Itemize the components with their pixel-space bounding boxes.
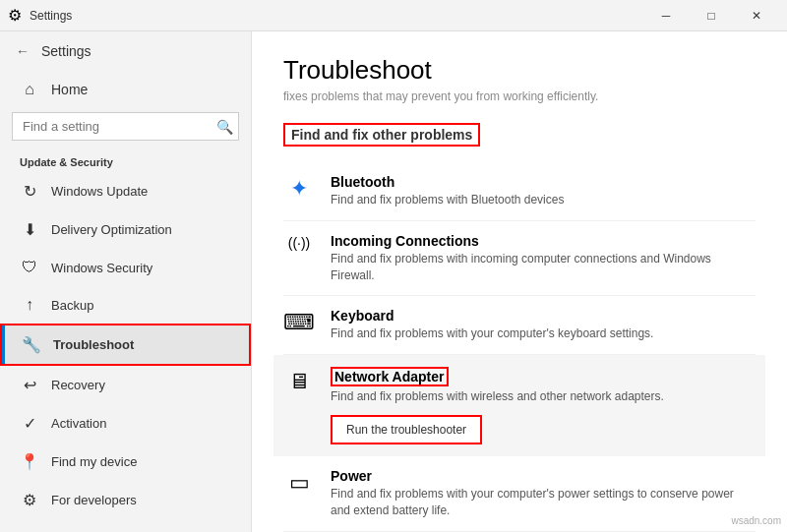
sidebar-item-label-windows-security: Windows Security bbox=[51, 261, 152, 275]
find-my-device-icon: 📍 bbox=[20, 452, 39, 471]
sidebar-item-label-for-developers: For developers bbox=[51, 493, 137, 507]
sidebar-item-label-activation: Activation bbox=[51, 416, 106, 431]
back-button[interactable]: ← bbox=[12, 39, 33, 63]
sidebar-item-label-windows-update: Windows Update bbox=[51, 184, 148, 199]
settings-icon: ⚙ bbox=[8, 6, 22, 25]
sidebar-item-windows-security[interactable]: 🛡Windows Security bbox=[0, 249, 251, 286]
for-developers-icon: ⚙ bbox=[20, 491, 39, 509]
recovery-icon: ↩ bbox=[20, 376, 39, 394]
item-title-power: Power bbox=[331, 468, 756, 484]
titlebar-left: ⚙ Settings bbox=[8, 6, 72, 25]
maximize-button[interactable]: □ bbox=[689, 0, 734, 31]
section-heading: Find and fix other problems bbox=[283, 123, 480, 147]
keyboard-icon: ⌨ bbox=[283, 310, 315, 335]
incoming-connections-icon: ((·)) bbox=[283, 235, 315, 251]
sidebar-nav-top: ← Settings bbox=[0, 31, 251, 71]
titlebar-controls: ─ □ ✕ bbox=[643, 0, 779, 31]
minimize-button[interactable]: ─ bbox=[643, 0, 689, 31]
troubleshoot-icon: 🔧 bbox=[22, 335, 41, 354]
search-box: 🔍 bbox=[12, 112, 239, 141]
item-desc-bluetooth: Find and fix problems with Bluetooth dev… bbox=[331, 192, 756, 208]
sidebar-item-label-backup: Backup bbox=[51, 298, 93, 313]
item-content-power: PowerFind and fix problems with your com… bbox=[331, 468, 756, 519]
item-content-network-adapter: Network AdapterFind and fix problems wit… bbox=[331, 367, 756, 444]
sidebar-items-container: ↻Windows Update⬇Delivery Optimization🛡Wi… bbox=[0, 172, 251, 532]
sidebar-item-activation[interactable]: ✓Activation bbox=[0, 404, 251, 443]
delivery-optimization-icon: ⬇ bbox=[20, 220, 39, 239]
close-button[interactable]: ✕ bbox=[734, 0, 779, 31]
troubleshoot-item-power: ▭PowerFind and fix problems with your co… bbox=[283, 456, 756, 532]
item-desc-keyboard: Find and fix problems with your computer… bbox=[331, 325, 756, 342]
item-title-incoming-connections: Incoming Connections bbox=[331, 233, 756, 249]
windows-security-icon: 🛡 bbox=[20, 259, 39, 276]
sidebar-item-find-my-device[interactable]: 📍Find my device bbox=[0, 443, 251, 481]
titlebar-title: Settings bbox=[30, 9, 72, 23]
sidebar-item-label-delivery-optimization: Delivery Optimization bbox=[51, 222, 172, 237]
sidebar-item-troubleshoot[interactable]: 🔧Troubleshoot bbox=[0, 324, 251, 366]
search-input[interactable] bbox=[12, 112, 239, 141]
power-icon: ▭ bbox=[283, 470, 315, 496]
troubleshoot-item-incoming-connections: ((·))Incoming ConnectionsFind and fix pr… bbox=[283, 221, 756, 297]
page-title: Troubleshoot bbox=[283, 55, 756, 86]
item-title-bluetooth: Bluetooth bbox=[331, 174, 756, 190]
troubleshoot-items-container: ✦BluetoothFind and fix problems with Blu… bbox=[283, 162, 756, 532]
troubleshoot-item-network-adapter: 🖥Network AdapterFind and fix problems wi… bbox=[273, 355, 765, 456]
item-title-keyboard: Keyboard bbox=[331, 308, 756, 324]
backup-icon: ↑ bbox=[20, 296, 39, 314]
sidebar-item-delivery-optimization[interactable]: ⬇Delivery Optimization bbox=[0, 210, 251, 249]
content-area: Troubleshoot fixes problems that may pre… bbox=[252, 31, 787, 532]
home-label: Home bbox=[51, 82, 88, 97]
search-icon[interactable]: 🔍 bbox=[216, 119, 233, 135]
sidebar-item-home[interactable]: ⌂ Home bbox=[0, 71, 251, 108]
sidebar-item-label-recovery: Recovery bbox=[51, 378, 105, 392]
home-icon: ⌂ bbox=[20, 81, 39, 98]
windows-update-icon: ↻ bbox=[20, 182, 39, 201]
sidebar-item-recovery[interactable]: ↩Recovery bbox=[0, 366, 251, 404]
sidebar-item-windows-update[interactable]: ↻Windows Update bbox=[0, 172, 251, 210]
watermark: wsadn.com bbox=[731, 515, 781, 526]
item-desc-incoming-connections: Find and fix problems with incoming comp… bbox=[331, 251, 756, 284]
run-troubleshooter-button[interactable]: Run the troubleshooter bbox=[331, 415, 482, 444]
sidebar-section-title: Update & Security bbox=[0, 148, 251, 172]
item-desc-network-adapter: Find and fix problems with wireless and … bbox=[331, 388, 756, 405]
titlebar: ⚙ Settings ─ □ ✕ bbox=[0, 0, 787, 31]
item-content-keyboard: KeyboardFind and fix problems with your … bbox=[331, 308, 756, 342]
content-subtitle: fixes problems that may prevent you from… bbox=[283, 89, 756, 103]
troubleshoot-item-bluetooth: ✦BluetoothFind and fix problems with Blu… bbox=[283, 162, 756, 221]
sidebar-item-label-find-my-device: Find my device bbox=[51, 454, 137, 469]
item-title-network-adapter: Network Adapter bbox=[331, 367, 449, 386]
troubleshoot-item-keyboard: ⌨KeyboardFind and fix problems with your… bbox=[283, 296, 756, 355]
network-adapter-icon: 🖥 bbox=[283, 369, 315, 394]
app-body: ← Settings ⌂ Home 🔍 Update & Security ↻W… bbox=[0, 31, 787, 532]
item-content-incoming-connections: Incoming ConnectionsFind and fix problem… bbox=[331, 233, 756, 284]
sidebar-item-for-developers[interactable]: ⚙For developers bbox=[0, 481, 251, 519]
sidebar: ← Settings ⌂ Home 🔍 Update & Security ↻W… bbox=[0, 31, 252, 532]
activation-icon: ✓ bbox=[20, 414, 39, 433]
item-desc-power: Find and fix problems with your computer… bbox=[331, 486, 756, 519]
sidebar-app-title: Settings bbox=[41, 43, 91, 59]
item-content-bluetooth: BluetoothFind and fix problems with Blue… bbox=[331, 174, 756, 208]
sidebar-item-backup[interactable]: ↑Backup bbox=[0, 286, 251, 324]
bluetooth-icon: ✦ bbox=[283, 176, 315, 202]
sidebar-item-windows-insider[interactable]: ⊞Windows Insider Program bbox=[0, 519, 251, 532]
sidebar-item-label-troubleshoot: Troubleshoot bbox=[53, 337, 134, 352]
